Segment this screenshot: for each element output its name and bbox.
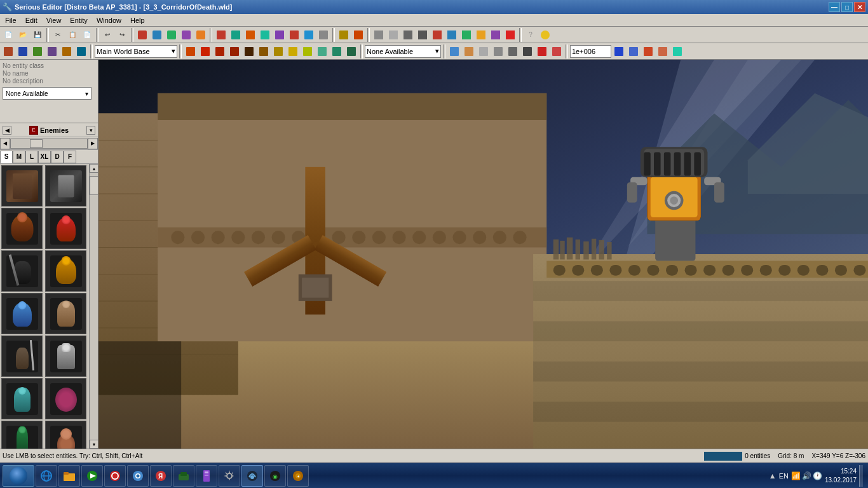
taskbar-folder[interactable]: [58, 465, 80, 487]
menu-edit[interactable]: Edit: [22, 16, 41, 25]
tb2-12[interactable]: [257, 44, 271, 58]
tb-icon-14[interactable]: [337, 28, 351, 42]
tb2-4[interactable]: [45, 44, 59, 58]
save-button[interactable]: 💾: [31, 28, 44, 42]
tb2-6[interactable]: [74, 44, 88, 58]
paste-button[interactable]: 📄: [80, 28, 94, 42]
tb-icon-9[interactable]: [258, 28, 272, 42]
tb2-3[interactable]: [31, 44, 44, 58]
tb2-29[interactable]: [641, 44, 655, 58]
list-item[interactable]: [45, 208, 86, 249]
size-tab-xl[interactable]: XL: [38, 151, 51, 163]
tb2-5[interactable]: [60, 44, 74, 58]
taskbar-app7[interactable]: [173, 465, 194, 487]
tb2-14[interactable]: [286, 44, 300, 58]
taskbar-media[interactable]: [81, 465, 103, 487]
show-desktop-button[interactable]: [859, 465, 863, 487]
tb2-17[interactable]: [330, 44, 344, 58]
list-item[interactable]: [45, 293, 86, 334]
tb2-30[interactable]: [656, 44, 670, 58]
tb-icon-22[interactable]: [459, 28, 473, 42]
tb-icon-23[interactable]: [474, 28, 488, 42]
entity-dropdown[interactable]: None Available: [3, 87, 92, 100]
tb-icon-5[interactable]: [194, 28, 208, 42]
taskbar-internet-explorer[interactable]: [36, 465, 57, 487]
list-item[interactable]: [1, 378, 43, 419]
tray-clock-icon[interactable]: 🕐: [813, 471, 822, 480]
tb2-11[interactable]: [242, 44, 256, 58]
list-item[interactable]: [45, 336, 86, 377]
menu-window[interactable]: Window: [93, 16, 125, 25]
tb2-23[interactable]: [506, 44, 520, 58]
tb2-15[interactable]: [301, 44, 315, 58]
minimize-button[interactable]: —: [829, 2, 840, 12]
tb2-28[interactable]: [627, 44, 641, 58]
scroll-down-btn[interactable]: ▼: [90, 440, 98, 449]
redo-button[interactable]: ↪: [115, 28, 129, 42]
size-tab-s[interactable]: S: [0, 151, 13, 163]
tb-icon-7[interactable]: [229, 28, 243, 42]
cut-button[interactable]: ✂: [51, 28, 65, 42]
tb-icon-13[interactable]: [316, 28, 330, 42]
tb2-25[interactable]: [535, 44, 549, 58]
scroll-thumb[interactable]: [90, 176, 98, 195]
list-item[interactable]: [1, 293, 43, 334]
help-button[interactable]: ?: [524, 28, 538, 42]
tb-icon-3[interactable]: [165, 28, 179, 42]
taskbar-game1[interactable]: ◉: [264, 465, 286, 487]
horizontal-scrollbar[interactable]: [10, 139, 88, 149]
list-item[interactable]: [1, 421, 43, 449]
menu-help[interactable]: Help: [126, 16, 149, 25]
tb2-1[interactable]: [1, 44, 15, 58]
none-available-dropdown[interactable]: None Available ▾: [365, 45, 441, 58]
tray-network[interactable]: 📶: [791, 471, 801, 480]
tb2-2[interactable]: [16, 44, 30, 58]
tb2-21[interactable]: [477, 44, 491, 58]
open-button[interactable]: 📂: [16, 28, 30, 42]
tb-icon-4[interactable]: [179, 28, 193, 42]
taskbar-settings[interactable]: [219, 465, 240, 487]
size-tab-f[interactable]: F: [64, 151, 76, 163]
taskbar-yandex[interactable]: Я: [150, 465, 172, 487]
tb-icon-21[interactable]: [445, 28, 459, 42]
scroll-left-btn[interactable]: ◀: [0, 138, 10, 149]
value-input[interactable]: [570, 45, 611, 58]
tb-icon-18[interactable]: [401, 28, 415, 42]
menu-view[interactable]: View: [43, 16, 65, 25]
list-item[interactable]: [45, 165, 86, 207]
enemies-dropdown-arrow[interactable]: ▾: [86, 126, 95, 135]
tb2-22[interactable]: [491, 44, 505, 58]
tb-icon-10[interactable]: [273, 28, 287, 42]
tb2-10[interactable]: [227, 44, 241, 58]
list-item[interactable]: [45, 378, 86, 419]
list-item[interactable]: [1, 208, 43, 249]
copy-button[interactable]: 📋: [65, 28, 79, 42]
tb2-27[interactable]: [612, 44, 626, 58]
taskbar-opera[interactable]: [104, 465, 126, 487]
new-button[interactable]: 📄: [1, 28, 15, 42]
list-item[interactable]: [1, 250, 43, 292]
tb-icon-15[interactable]: [351, 28, 365, 42]
scroll-up-btn[interactable]: ▲: [90, 164, 98, 173]
tb2-20[interactable]: [462, 44, 476, 58]
start-button[interactable]: [3, 465, 34, 487]
tb-icon-24[interactable]: [489, 28, 503, 42]
tb2-24[interactable]: [520, 44, 534, 58]
scroll-track[interactable]: [90, 173, 98, 440]
tb2-31[interactable]: [670, 44, 684, 58]
tray-volume[interactable]: 🔊: [802, 471, 811, 480]
tb2-18[interactable]: [344, 44, 358, 58]
undo-button[interactable]: ↩: [100, 28, 114, 42]
world-base-dropdown[interactable]: Main World Base ▾: [95, 45, 177, 58]
list-item[interactable]: [45, 250, 86, 292]
tb-icon-8[interactable]: [243, 28, 257, 42]
taskbar-chrome[interactable]: [127, 465, 149, 487]
menu-file[interactable]: File: [1, 16, 20, 25]
tb2-16[interactable]: [315, 44, 329, 58]
list-item[interactable]: [45, 421, 86, 449]
tb-icon-6[interactable]: [214, 28, 228, 42]
tb2-7[interactable]: [184, 44, 198, 58]
tb-icon-1[interactable]: [135, 28, 149, 42]
scrollbar-thumb[interactable]: [30, 139, 43, 148]
close-button[interactable]: ✕: [854, 2, 865, 12]
